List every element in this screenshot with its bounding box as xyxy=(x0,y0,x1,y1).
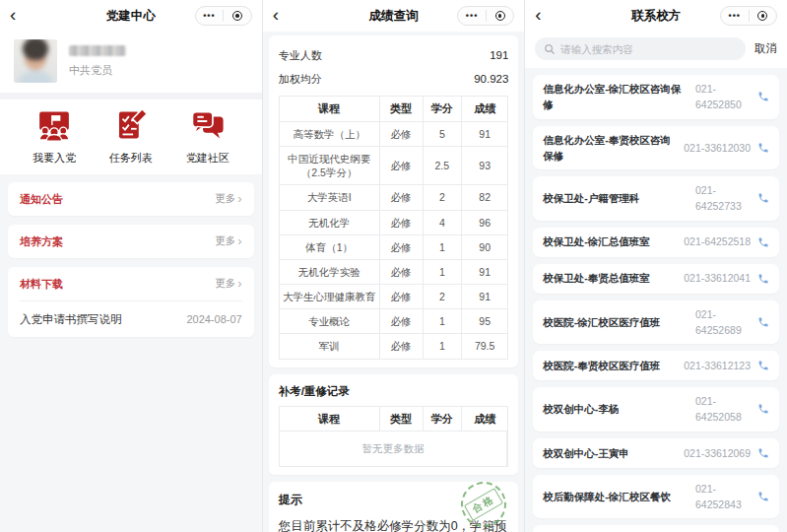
course-cell: 1 xyxy=(424,235,462,260)
phone-icon[interactable] xyxy=(757,403,769,415)
exit-target-icon[interactable] xyxy=(750,11,777,21)
cancel-button[interactable]: 取消 xyxy=(754,41,777,56)
column-header: 课程 xyxy=(280,97,380,122)
section-title: 培养方案 xyxy=(20,234,63,249)
course-cell: 必修 xyxy=(380,122,424,147)
phone-icon[interactable] xyxy=(757,142,769,154)
contact-name: 校后勤保障处-徐汇校区餐饮 xyxy=(543,489,695,504)
phone-icon[interactable] xyxy=(757,236,769,248)
contact-name: 校保卫处-奉贤总值班室 xyxy=(543,270,684,286)
shortcut-party-community[interactable]: 党建社区 xyxy=(186,108,230,166)
material-download-card: 材料下载 更多› 入党申请书撰写说明 2024-08-07 xyxy=(8,267,254,337)
contact-phone: 021-64252058 xyxy=(695,393,751,426)
contact-card[interactable]: 校医院-奉贤校区医疗值班021-33612123 xyxy=(533,351,779,380)
course-grade-table: 课程 类型 学分 成绩 高等数学（上）必修591中国近现代史纲要（2.5学分）必… xyxy=(279,96,509,360)
phone-icon[interactable] xyxy=(757,447,769,459)
course-cell: 必修 xyxy=(380,185,424,210)
more-dots-icon[interactable]: ••• xyxy=(721,12,749,21)
phone-icon[interactable] xyxy=(757,316,769,328)
course-cell: 96 xyxy=(462,211,507,235)
phone-icon[interactable] xyxy=(757,360,769,371)
course-cell: 必修 xyxy=(380,334,424,358)
course-cell: 高等数学（上） xyxy=(280,122,380,147)
exit-target-icon[interactable] xyxy=(224,11,251,21)
contact-phone: 021-33612030 xyxy=(684,140,751,156)
stat-label: 加权均分 xyxy=(279,72,322,87)
more-dots-icon[interactable]: ••• xyxy=(196,12,224,21)
contact-card[interactable]: 校后勤保障处-徐汇校区餐饮021-64252843 xyxy=(533,475,779,519)
panel-grade-query: ‹ 成绩查询 ••• 专业人数 191 加权均分 90.923 课程 类型 学分… xyxy=(262,0,525,532)
search-bar: 取消 xyxy=(525,32,787,68)
miniprogram-capsule: ••• xyxy=(195,6,252,26)
contact-name: 信息化办公室-徐汇校区咨询保修 xyxy=(543,81,695,113)
course-cell: 必修 xyxy=(380,285,424,309)
contact-name: 校医院-奉贤校区医疗值班 xyxy=(543,358,684,373)
column-header: 成绩 xyxy=(462,97,507,122)
more-dots-icon[interactable]: ••• xyxy=(458,12,486,21)
search-icon xyxy=(544,43,556,55)
contact-card[interactable]: 校后勤保障处-学生公寓管理中心（徐汇）021-64252555 xyxy=(533,525,779,532)
phone-icon[interactable] xyxy=(757,273,769,285)
contact-name: 校双创中心-王寅申 xyxy=(543,445,684,461)
retake-title: 补考/重修记录 xyxy=(279,384,509,399)
contact-card[interactable]: 校双创中心-李杨021-64252058 xyxy=(533,387,779,432)
contact-card[interactable]: 校医院-徐汇校区医疗值班021-64252689 xyxy=(533,300,779,345)
course-cell: 无机化学实验 xyxy=(280,260,380,285)
phone-icon[interactable] xyxy=(757,491,769,502)
screen-flag-people-icon xyxy=(37,108,71,146)
party-role-label: 中共党员 xyxy=(69,63,126,78)
course-cell: 中国近现代史纲要（2.5学分） xyxy=(280,147,380,185)
shortcut-label: 任务列表 xyxy=(109,151,153,166)
contact-card[interactable]: 校保卫处-奉贤总值班室021-33612041 xyxy=(533,264,779,294)
course-cell: 必修 xyxy=(380,147,424,185)
course-cell: 5 xyxy=(424,122,462,147)
contact-name: 校保卫处-户籍管理科 xyxy=(543,190,695,206)
section-title: 材料下载 xyxy=(20,277,63,292)
miniprogram-capsule: ••• xyxy=(720,6,777,26)
course-cell: 2 xyxy=(424,285,462,309)
contact-card[interactable]: 校保卫处-户籍管理科021-64252733 xyxy=(533,176,779,221)
shortcut-task-list[interactable]: 任务列表 xyxy=(109,108,153,166)
download-item[interactable]: 入党申请书撰写说明 2024-08-07 xyxy=(20,300,242,337)
checklist-pencil-icon xyxy=(114,108,148,146)
course-cell: 91 xyxy=(462,285,507,309)
course-cell: 军训 xyxy=(280,334,380,358)
phone-icon[interactable] xyxy=(757,91,769,102)
column-header: 课程 xyxy=(280,407,380,432)
course-cell: 必修 xyxy=(380,235,424,260)
shortcut-row: 我要入党 任务列表 xyxy=(0,100,262,174)
more-link[interactable]: 更多› xyxy=(215,277,241,291)
contact-card[interactable]: 校保卫处-徐汇总值班室021-64252518 xyxy=(533,228,779,257)
stat-label: 专业人数 xyxy=(279,48,322,63)
download-item-date: 2024-08-07 xyxy=(186,313,241,325)
phone-icon[interactable] xyxy=(757,192,769,204)
shortcut-label: 我要入党 xyxy=(33,151,76,166)
course-cell: 必修 xyxy=(380,211,424,235)
column-header: 类型 xyxy=(380,407,424,432)
warning-notice-card: 提示 您目前累计不及格必修学分数为0，学籍预警状态为正常。 合格 xyxy=(269,482,519,532)
shortcut-join-party[interactable]: 我要入党 xyxy=(33,108,76,166)
more-link[interactable]: 更多› xyxy=(215,192,241,206)
contact-phone: 021-33612041 xyxy=(684,270,751,286)
exit-target-icon[interactable] xyxy=(487,11,514,21)
chat-bubbles-icon xyxy=(191,108,225,146)
stat-value: 191 xyxy=(490,49,508,61)
course-cell: 79.5 xyxy=(462,334,507,358)
contact-card[interactable]: 校双创中心-王寅申021-33612069 xyxy=(533,438,779,468)
course-cell: 无机化学 xyxy=(280,211,380,235)
contact-name: 信息化办公室-奉贤校区咨询保修 xyxy=(543,132,684,165)
course-cell: 95 xyxy=(462,309,507,334)
course-cell: 2.5 xyxy=(424,147,462,185)
user-name-redacted xyxy=(69,45,126,56)
chevron-right-icon: › xyxy=(237,234,241,247)
search-input[interactable] xyxy=(560,43,737,55)
contact-card[interactable]: 信息化办公室-徐汇校区咨询保修021-64252850 xyxy=(533,75,779,119)
contact-card[interactable]: 信息化办公室-奉贤校区咨询保修021-33612030 xyxy=(533,126,779,170)
retake-record-card: 补考/重修记录 课程 类型 学分 成绩 暂无更多数据 xyxy=(269,374,519,475)
contact-phone: 021-64252689 xyxy=(695,306,751,339)
more-link[interactable]: 更多› xyxy=(215,234,241,248)
search-pill[interactable] xyxy=(535,37,746,60)
course-cell: 大学生心理健康教育 xyxy=(280,285,380,309)
section-divider xyxy=(0,93,262,100)
retake-table: 课程 类型 学分 成绩 暂无更多数据 xyxy=(279,406,509,467)
